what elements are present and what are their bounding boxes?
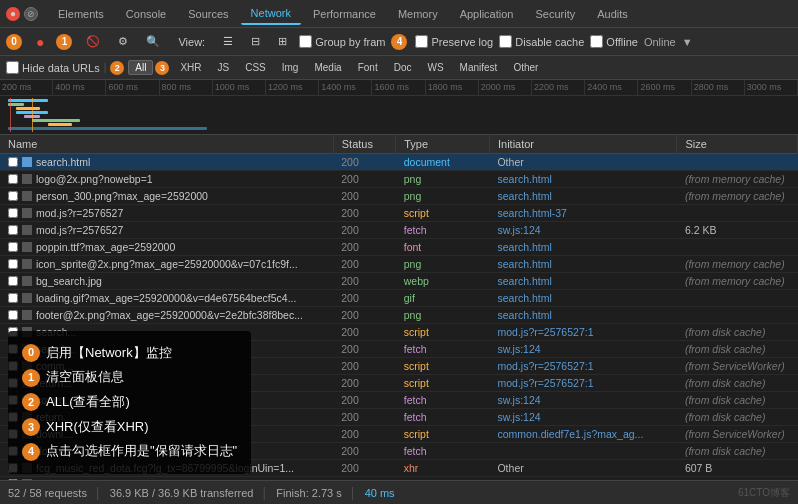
col-size[interactable]: Size [677,135,798,154]
tab-network[interactable]: Network [241,3,301,25]
preserve-log-checkbox[interactable] [415,35,428,48]
cell-initiator: Other [489,154,676,171]
row-checkbox[interactable] [8,293,18,303]
table-row[interactable]: poppin.ttf?max_age=2592000200fontsearch.… [0,239,798,256]
view-list-button[interactable]: ☰ [217,33,239,50]
cell-size [677,154,798,171]
script-icon [22,361,32,371]
row-checkbox[interactable] [8,361,18,371]
tab-memory[interactable]: Memory [388,4,448,24]
gif-icon [22,293,32,303]
offline-label[interactable]: Offline [590,35,638,48]
row-checkbox[interactable] [8,378,18,388]
table-row[interactable]: icon_sprite@2x.png?max_age=25920000&v=07… [0,256,798,273]
tab-audits[interactable]: Audits [587,4,638,24]
filter-manifest-button[interactable]: Manifest [453,60,505,75]
table-row[interactable]: loading.gif?max_age=25920000&v=d4e67564b… [0,290,798,307]
table-row[interactable]: bg_search.jpg200webpsearch.html(from mem… [0,273,798,290]
row-checkbox[interactable] [8,208,18,218]
cell-initiator: sw.js:124 [489,222,676,239]
online-label: Online [644,36,676,48]
tab-sources[interactable]: Sources [178,4,238,24]
table-row[interactable]: return...200scriptmod.js?r=2576527:1(fro… [0,375,798,392]
clear-button[interactable]: 🚫 [80,33,106,50]
png-icon [22,174,32,184]
group-by-frame-label[interactable]: Group by fram [299,35,385,48]
group-by-frame-checkbox[interactable] [299,35,312,48]
table-row[interactable]: downl...200fetch(from disk cache) [0,443,798,460]
col-status[interactable]: Status [333,135,395,154]
tab-security[interactable]: Security [525,4,585,24]
table-row[interactable]: downl...200scriptcommon.diedf7e1.js?max_… [0,426,798,443]
filter-all-button[interactable]: All [128,60,153,75]
col-name[interactable]: Name [0,135,333,154]
table-row[interactable]: mod.js?r=2576527200scriptsearch.html-37 [0,205,798,222]
col-initiator[interactable]: Initiator [489,135,676,154]
table-row[interactable]: person_300.png?max_age=2592000200pngsear… [0,188,798,205]
row-checkbox[interactable] [8,191,18,201]
table-row[interactable]: search.html200documentOther [0,154,798,171]
cell-initiator: sw.js:124 [489,392,676,409]
network-table[interactable]: Name Status Type Initiator Size search.h… [0,135,798,480]
cell-status: 200 [333,222,395,239]
cell-name: bg_search.jpg [0,273,333,289]
preserve-log-label[interactable]: Preserve log [415,35,493,48]
table-row[interactable]: fcg_music_red_dota.fcg?lg_tx=86799995&lo… [0,460,798,477]
col-type[interactable]: Type [396,135,490,154]
tab-application[interactable]: Application [450,4,524,24]
table-header: Name Status Type Initiator Size [0,135,798,154]
row-checkbox[interactable] [8,276,18,286]
row-checkbox[interactable] [8,242,18,252]
table-row[interactable]: search...200scriptmod.js?r=2576527:1(fro… [0,324,798,341]
table-row[interactable]: comm...200fetchsw.js:124(from disk cache… [0,392,798,409]
row-checkbox[interactable] [8,395,18,405]
filter-img-button[interactable]: Img [275,60,306,75]
dropdown-arrow[interactable]: ▼ [682,36,693,48]
table-row[interactable]: search...200fetchsw.js:124(from disk cac… [0,341,798,358]
view-small-button[interactable]: ⊞ [272,33,293,50]
filter-doc-button[interactable]: Doc [387,60,419,75]
stop-icon[interactable]: ⊘ [24,7,38,21]
row-checkbox[interactable] [8,327,18,337]
offline-checkbox[interactable] [590,35,603,48]
tab-elements[interactable]: Elements [48,4,114,24]
cell-status: 200 [333,239,395,256]
hide-data-urls-label[interactable]: Hide data URLs [6,61,100,74]
cell-status: 200 [333,290,395,307]
table-row[interactable]: mod.js?r=2576527200fetchsw.js:1246.2 KB [0,222,798,239]
filter-xhr-button[interactable]: XHR [173,60,208,75]
hide-data-urls-checkbox[interactable] [6,61,19,74]
disable-cache-label[interactable]: Disable cache [499,35,584,48]
filter-js-button[interactable]: JS [211,60,237,75]
cell-type: font [396,239,490,256]
record-icon[interactable]: ● [6,7,20,21]
view-large-button[interactable]: ⊟ [245,33,266,50]
filter-css-button[interactable]: CSS [238,60,273,75]
filter-other-button[interactable]: Other [506,60,545,75]
row-checkbox[interactable] [8,344,18,354]
table-row[interactable]: return...200fetchsw.js:124(from disk cac… [0,409,798,426]
row-checkbox[interactable] [8,463,18,473]
row-checkbox[interactable] [8,225,18,235]
finish-time: Finish: 2.73 s [276,487,341,499]
row-checkbox[interactable] [8,157,18,167]
row-checkbox[interactable] [8,429,18,439]
row-checkbox[interactable] [8,174,18,184]
row-checkbox[interactable] [8,259,18,269]
row-checkbox[interactable] [8,446,18,456]
table-row[interactable]: logo@2x.png?nowebp=1200pngsearch.html(fr… [0,171,798,188]
row-checkbox[interactable] [8,310,18,320]
filter-ws-button[interactable]: WS [420,60,450,75]
table-row[interactable]: comm...200scriptmod.js?r=2576527:1(from … [0,358,798,375]
filter-font-button[interactable]: Font [351,60,385,75]
tab-performance[interactable]: Performance [303,4,386,24]
filter-icon-button[interactable]: ⚙ [112,33,134,50]
disable-cache-checkbox[interactable] [499,35,512,48]
table-row[interactable]: footer@2x.png?max_age=25920000&v=2e2bfc3… [0,307,798,324]
filter-media-button[interactable]: Media [307,60,348,75]
cell-name: fcg_music_red_dota.fcg?lg_tx=86799995&lo… [0,460,333,476]
search-button[interactable]: 🔍 [140,33,166,50]
tab-console[interactable]: Console [116,4,176,24]
record-network-button[interactable]: ● [30,32,50,52]
row-checkbox[interactable] [8,412,18,422]
